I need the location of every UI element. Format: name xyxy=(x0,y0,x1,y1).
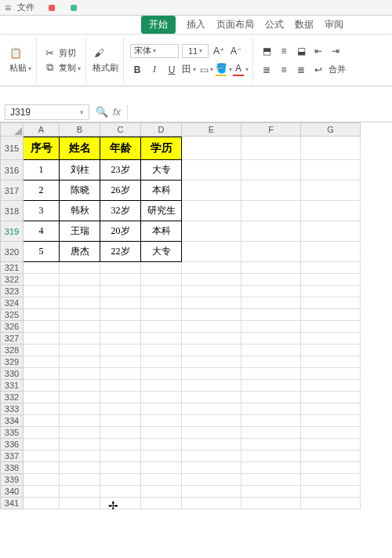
cell[interactable] xyxy=(301,392,361,403)
row-header[interactable]: 323 xyxy=(0,286,24,297)
cell[interactable] xyxy=(182,297,241,309)
cell[interactable] xyxy=(301,439,361,450)
cell[interactable] xyxy=(301,137,361,160)
column-header[interactable]: A xyxy=(24,122,60,137)
row-header[interactable]: 315 xyxy=(0,137,24,160)
cell[interactable] xyxy=(301,321,361,333)
ribbon-tab[interactable]: 审阅 xyxy=(325,18,343,31)
cell[interactable] xyxy=(301,368,361,380)
cell[interactable] xyxy=(182,415,241,427)
cell[interactable] xyxy=(182,321,241,333)
wrap-text-icon[interactable]: ↩ xyxy=(311,63,325,77)
row-header[interactable]: 337 xyxy=(0,450,24,462)
cell[interactable] xyxy=(241,486,301,498)
row-header[interactable]: 326 xyxy=(0,321,24,333)
cell[interactable] xyxy=(301,380,361,392)
cell[interactable] xyxy=(24,333,60,345)
search-icon[interactable]: 🔍 xyxy=(96,106,108,118)
cell[interactable] xyxy=(301,427,361,439)
cell[interactable] xyxy=(241,439,301,450)
fill-color-button[interactable]: 🪣 xyxy=(216,63,230,77)
cell[interactable] xyxy=(100,474,141,486)
cell[interactable] xyxy=(24,309,60,321)
cell[interactable] xyxy=(182,262,241,274)
formula-input[interactable] xyxy=(127,104,387,120)
ribbon-tab[interactable]: 公式 xyxy=(265,18,284,31)
cell[interactable] xyxy=(24,403,60,415)
font-color-button[interactable]: A xyxy=(234,63,248,77)
row-header[interactable]: 329 xyxy=(0,356,24,368)
cell[interactable] xyxy=(301,486,361,498)
cell[interactable]: 32岁 xyxy=(100,201,141,221)
cell[interactable] xyxy=(141,450,182,462)
cell[interactable]: 年龄 xyxy=(100,137,141,160)
cell[interactable] xyxy=(182,333,241,345)
cell[interactable] xyxy=(301,242,361,262)
cell[interactable] xyxy=(60,474,100,486)
cell[interactable] xyxy=(24,439,60,450)
cell[interactable] xyxy=(24,450,60,462)
cell[interactable]: 大专 xyxy=(141,242,182,262)
cell[interactable] xyxy=(241,201,301,221)
cell[interactable] xyxy=(100,356,141,368)
cell[interactable] xyxy=(301,160,361,181)
cell[interactable]: 王瑞 xyxy=(60,221,100,242)
cell[interactable] xyxy=(100,415,141,427)
cell[interactable] xyxy=(60,321,100,333)
cell[interactable] xyxy=(60,345,100,356)
cell[interactable] xyxy=(241,392,301,403)
cell[interactable] xyxy=(301,356,361,368)
cell[interactable] xyxy=(24,356,60,368)
cell[interactable] xyxy=(141,380,182,392)
align-right-icon[interactable]: ≣ xyxy=(294,63,308,77)
cell[interactable] xyxy=(182,181,241,201)
cell[interactable]: 23岁 xyxy=(100,160,141,181)
cell[interactable] xyxy=(141,368,182,380)
cell[interactable] xyxy=(100,345,141,356)
cell[interactable] xyxy=(301,474,361,486)
cell[interactable] xyxy=(182,427,241,439)
cell[interactable] xyxy=(182,486,241,498)
cell[interactable] xyxy=(24,415,60,427)
cell[interactable] xyxy=(241,356,301,368)
cell[interactable] xyxy=(241,333,301,345)
cell[interactable] xyxy=(60,380,100,392)
cell[interactable] xyxy=(24,392,60,403)
column-header[interactable]: F xyxy=(241,122,301,137)
cell[interactable] xyxy=(141,309,182,321)
cell[interactable] xyxy=(241,474,301,486)
cell[interactable] xyxy=(100,439,141,450)
cell[interactable] xyxy=(141,262,182,274)
cell[interactable] xyxy=(100,368,141,380)
copy-icon[interactable]: ⧉ xyxy=(43,61,56,74)
cell[interactable] xyxy=(241,380,301,392)
cell[interactable] xyxy=(100,309,141,321)
row-header[interactable]: 318 xyxy=(0,201,24,221)
cell[interactable]: 本科 xyxy=(141,221,182,242)
cell[interactable] xyxy=(60,333,100,345)
cell[interactable]: 2 xyxy=(24,181,60,201)
cell[interactable]: 5 xyxy=(24,242,60,262)
cell[interactable] xyxy=(182,450,241,462)
cell[interactable] xyxy=(301,181,361,201)
row-header[interactable]: 341 xyxy=(0,498,24,509)
workbook-tab-2[interactable] xyxy=(71,5,77,11)
fx-icon[interactable]: fx xyxy=(113,106,121,118)
cell[interactable] xyxy=(301,297,361,309)
decrease-font-icon[interactable]: A⁻ xyxy=(229,44,243,58)
column-header[interactable]: C xyxy=(100,122,141,137)
cell[interactable] xyxy=(24,262,60,274)
cell[interactable]: 姓名 xyxy=(60,137,100,160)
cell[interactable] xyxy=(60,309,100,321)
cell[interactable] xyxy=(141,474,182,486)
cell[interactable] xyxy=(141,498,182,509)
ribbon-tab[interactable]: 数据 xyxy=(295,18,314,31)
cell[interactable] xyxy=(241,297,301,309)
cell[interactable] xyxy=(24,368,60,380)
row-header[interactable]: 333 xyxy=(0,403,24,415)
cell[interactable] xyxy=(182,309,241,321)
cell[interactable] xyxy=(100,286,141,297)
cell[interactable] xyxy=(24,427,60,439)
cell[interactable] xyxy=(60,262,100,274)
cell[interactable] xyxy=(301,498,361,509)
